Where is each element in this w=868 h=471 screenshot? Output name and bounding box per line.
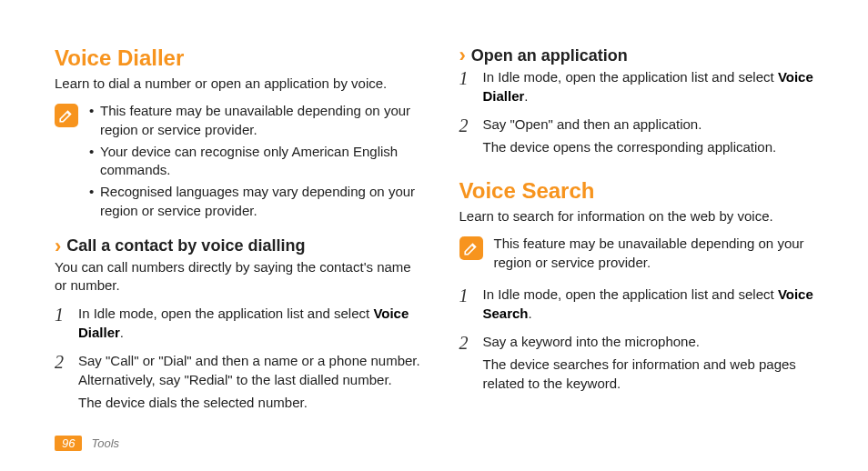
step-item: Say a keyword into the microphone. The d…	[459, 332, 828, 393]
step-item: In Idle mode, open the application list …	[55, 304, 423, 342]
step-text: Say "Open" and then an application.	[483, 116, 702, 132]
voice-dialler-intro: Learn to dial a number or open an applic…	[55, 75, 423, 93]
step-item: Say "Open" and then an application. The …	[459, 115, 828, 156]
step-text: Say "Call" or "Dial" and then a name or …	[78, 353, 420, 387]
page-columns: Voice Dialler Learn to dial a number or …	[55, 45, 827, 421]
step-text: .	[120, 325, 124, 340]
note-item: Recognised languages may vary depending …	[89, 183, 423, 220]
note-icon	[55, 104, 78, 127]
step-text: In Idle mode, open the application list …	[78, 306, 373, 321]
note-box: This feature may be unavailable dependin…	[459, 235, 828, 272]
steps-list: In Idle mode, open the application list …	[459, 67, 828, 156]
step-text: In Idle mode, open the application list …	[483, 69, 778, 85]
step-result: The device dials the selected number.	[78, 393, 423, 412]
left-column: Voice Dialler Learn to dial a number or …	[55, 45, 423, 421]
right-column: › Open an application In Idle mode, open…	[459, 45, 828, 421]
subheading-call-contact: › Call a contact by voice dialling	[55, 236, 423, 256]
note-text: This feature may be unavailable dependin…	[494, 235, 828, 272]
page-number: 96	[55, 436, 82, 451]
step-item: Say "Call" or "Dial" and then a name or …	[55, 351, 423, 412]
page-footer: 96 Tools	[55, 436, 119, 451]
steps-list: In Idle mode, open the application list …	[459, 285, 828, 393]
note-content: This feature may be unavailable dependin…	[494, 235, 828, 272]
step-text: .	[524, 88, 528, 104]
steps-list: In Idle mode, open the application list …	[55, 304, 423, 412]
note-icon	[459, 236, 483, 260]
voice-search-intro: Learn to search for information on the w…	[459, 207, 828, 225]
step-text: In Idle mode, open the application list …	[483, 286, 778, 302]
voice-search-title: Voice Search	[459, 178, 828, 204]
footer-section: Tools	[91, 436, 119, 450]
note-content: This feature may be unavailable dependin…	[89, 102, 423, 224]
step-text: .	[529, 306, 532, 321]
step-item: In Idle mode, open the application list …	[459, 67, 828, 105]
note-item: Your device can recognise only American …	[89, 143, 423, 180]
chevron-icon: ›	[459, 45, 466, 65]
subheading-text: Open an application	[471, 46, 628, 65]
note-box: This feature may be unavailable dependin…	[55, 102, 423, 224]
step-result: The device searches for information and …	[483, 355, 828, 393]
voice-dialler-title: Voice Dialler	[55, 45, 423, 71]
chevron-icon: ›	[55, 236, 61, 256]
subheading-open-app: › Open an application	[459, 45, 828, 65]
note-item: This feature may be unavailable dependin…	[89, 102, 423, 139]
subheading-intro: You can call numbers directly by saying …	[55, 258, 423, 296]
step-result: The device opens the corresponding appli…	[483, 137, 828, 156]
step-item: In Idle mode, open the application list …	[459, 285, 828, 323]
subheading-text: Call a contact by voice dialling	[66, 236, 305, 256]
step-text: Say a keyword into the microphone.	[483, 334, 700, 349]
